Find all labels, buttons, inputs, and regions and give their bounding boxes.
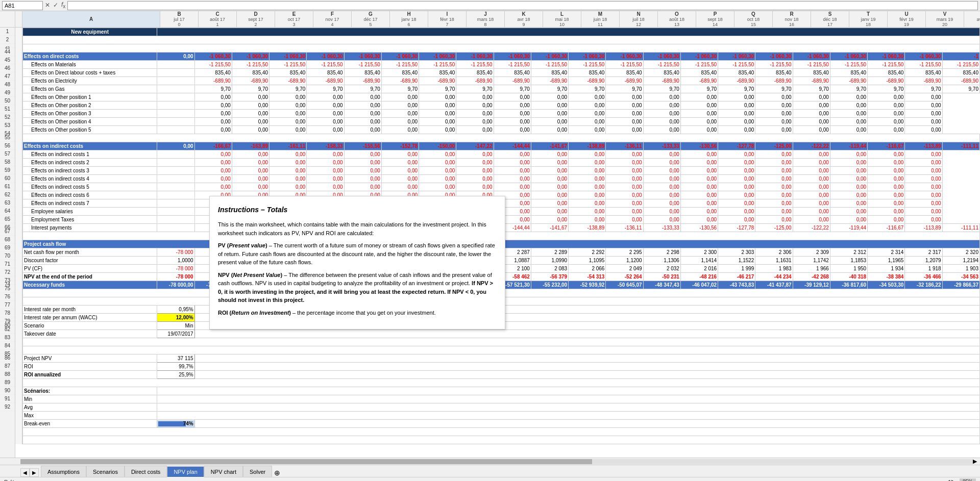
table-row: Project NPV 37 115 [23, 355, 980, 363]
main-title: New equipment [23, 28, 157, 36]
function-icon: fx [61, 1, 65, 9]
formula-icons: ✕ ✓ fx [43, 1, 67, 9]
table-row: Effects on Other position 2 0,000,000,00… [23, 102, 980, 110]
cancel-icon: ✕ [45, 2, 50, 9]
col-header-H: Hjanv 186 [390, 11, 428, 27]
status-bar: Prêt ◀ ▶ 85% [0, 477, 980, 481]
table-row: Effects on Gas 9,70 9,70 9,70 9,70 9,70 … [23, 85, 980, 93]
table-row [23, 134, 980, 142]
col-header-S: Sdéc 1817 [811, 11, 849, 27]
instructions-panel: Instructions – Totals This is the main w… [209, 196, 505, 330]
section-header-direct-costs: Effects on direct costs [23, 53, 157, 61]
table-row: Break-even 74% [23, 420, 980, 428]
grid-content[interactable]: New equipment Effects on direct costs [15, 28, 980, 458]
column-headers: A Bjul 170 Caoût 171 Dsept 172 Eoct 173 … [0, 11, 980, 28]
col-header-J: Jmars 188 [467, 11, 505, 27]
table-row [23, 44, 980, 53]
confirm-icon: ✓ [53, 2, 58, 9]
table-row: Effects on Other position 3 0,000,000,00… [23, 110, 980, 118]
table-row: New equipment [23, 28, 980, 36]
table-row: Effects on indirect costs 1 0,000,000,00… [23, 150, 980, 159]
table-row: Effects on indirect costs 3 0,000,000,00… [23, 167, 980, 175]
tab-bar: ◀ ▶ Assumptions Scenarios Direct costs N… [0, 465, 980, 477]
scrollbar-track[interactable] [20, 459, 973, 464]
table-row: Effects on direct costs 0,00 -1 060,30 -… [23, 53, 980, 61]
table-row [23, 428, 980, 436]
status-text: Prêt [4, 479, 14, 482]
col-header-V: Vmars 1920 [926, 11, 964, 27]
table-row: Effects on indirect costs 2 0,000,000,00… [23, 159, 980, 167]
col-header-K: Kavr 189 [505, 11, 543, 27]
table-row: Effects on Direct labour costs + taxes 8… [23, 69, 980, 77]
table-row [23, 338, 980, 346]
col-header-R: Rnov 1816 [773, 11, 811, 27]
table-row: Effects on Materials -1 215,50 -1 215,50… [23, 61, 980, 69]
horizontal-scrollbar-area: ▶ [0, 458, 980, 465]
tab-nav-left[interactable]: ◀ ▶ [20, 468, 39, 477]
col-header-W: Wavr 1921 [964, 11, 980, 27]
table-row: Takeover date 19/07/2017 [23, 330, 980, 338]
overlay-body: This is the main worksheet, which contai… [218, 220, 497, 317]
row-numbers: 1 2 43 44 45 46 47 48 49 50 51 52 53 54 … [0, 28, 15, 458]
col-header-Q: Qoct 1815 [734, 11, 773, 27]
table-row: ROI 99,7% [23, 363, 980, 371]
table-row: Avg [23, 403, 980, 412]
col-header-I: Ifévr 187 [428, 11, 467, 27]
zoom-level: 85% [960, 478, 976, 481]
tab-scroll-left-icon[interactable]: ◀ [20, 468, 30, 477]
table-row: ROI annualized 25,9% [23, 371, 980, 379]
scroll-indicator: ◀ ▶ [946, 478, 955, 481]
col-header-B: Bjul 170 [160, 11, 199, 27]
col-header-T: Tjanv 1918 [849, 11, 888, 27]
status-right: ◀ ▶ 85% [946, 478, 976, 481]
col-header-P: Psept 1814 [696, 11, 734, 27]
col-header-D: Dsept 172 [237, 11, 275, 27]
table-row [23, 36, 980, 44]
table-row [23, 346, 980, 355]
formula-input[interactable] [67, 1, 978, 10]
table-row: Effects on indirect costs 4 0,000,000,00… [23, 175, 980, 183]
tab-npv-chart[interactable]: NPV chart [204, 466, 243, 477]
col-header-G: Gdéc 175 [352, 11, 390, 27]
name-box[interactable] [2, 1, 43, 10]
table-row: Effects on Electricity -689,90 -689,90 -… [23, 77, 980, 85]
tab-assumptions[interactable]: Assumptions [41, 466, 86, 477]
expand-col [15, 28, 22, 444]
table-row: Effects on indirect costs 0,00 -166,67 -… [23, 142, 980, 150]
table-row: Effects on Other position 5 0,000,000,00… [23, 126, 980, 134]
formula-bar: ✕ ✓ fx [0, 0, 980, 11]
table-row: Scénarios: [23, 387, 980, 395]
overlay-title: Instructions – Totals [218, 205, 497, 215]
tab-scroll-right-icon[interactable]: ▶ [30, 468, 39, 477]
col-header-L: Lmai 1810 [543, 11, 581, 27]
table-row: Max [23, 412, 980, 420]
col-header-O: Oaoût 1813 [658, 11, 696, 27]
table-row: Effects on indirect costs 5 0,000,000,00… [23, 183, 980, 191]
col-header-F: Fnov 174 [313, 11, 352, 27]
tab-direct-costs[interactable]: Direct costs [125, 466, 167, 477]
scrollbar-thumb[interactable] [20, 459, 592, 464]
col-header-U: Ufévr 1919 [888, 11, 926, 27]
col-header-C: Caoût 171 [199, 11, 237, 27]
table-row: Effects on Other position 1 0,000,000,00… [23, 93, 980, 102]
col-header-M: Mjuin 1811 [581, 11, 620, 27]
table-row: Effects on Other position 4 0,000,000,00… [23, 118, 980, 126]
tab-solver[interactable]: Solver [243, 466, 272, 477]
col-header-A: A [22, 11, 160, 27]
grid-body: 1 2 43 44 45 46 47 48 49 50 51 52 53 54 … [0, 28, 980, 458]
add-sheet-button[interactable]: ⊕ [274, 469, 280, 477]
tab-npv-plan[interactable]: NPV plan [167, 466, 204, 477]
table-row [23, 379, 980, 387]
table-row [23, 436, 980, 444]
col-header-E: Eoct 173 [275, 11, 313, 27]
spreadsheet: A Bjul 170 Caoût 171 Dsept 172 Eoct 173 … [0, 11, 980, 458]
tab-scenarios[interactable]: Scenarios [86, 466, 125, 477]
table-row: Min [23, 395, 980, 403]
col-header-N: Njuil 1812 [620, 11, 658, 27]
